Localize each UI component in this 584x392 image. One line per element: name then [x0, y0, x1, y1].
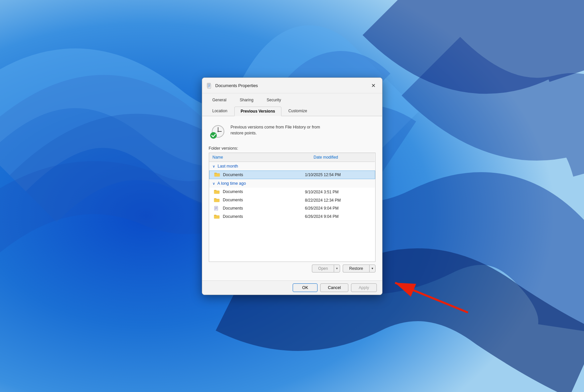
file-icon-3	[214, 206, 220, 211]
chevron-down-icon: ∨	[212, 164, 215, 168]
apply-button[interactable]: Apply	[351, 283, 377, 292]
col-name[interactable]: Name	[209, 153, 300, 162]
version-name-4: Documents	[223, 214, 243, 219]
restore-button-group: Restore ▾	[343, 265, 375, 272]
open-button-group: Open ▾	[312, 265, 340, 272]
group-long-ago[interactable]: ∨ A long time ago	[209, 179, 375, 188]
dialog-title: Documents Properties	[215, 83, 369, 88]
folder-versions-label: Folder versions:	[209, 146, 376, 151]
versions-table-container[interactable]: Name Date modified ∨ Last month	[209, 153, 376, 262]
version-row-1[interactable]: Documents 9/10/2024 3:51 PM	[209, 188, 375, 196]
version-date-4: 6/26/2024 9:04 PM	[300, 213, 375, 221]
version-name-2: Documents	[223, 198, 243, 202]
dialog-titlebar: Documents Properties ✕	[202, 78, 382, 93]
restore-button[interactable]: Restore	[343, 265, 369, 272]
open-button[interactable]: Open	[312, 265, 334, 272]
version-row-2[interactable]: Documents 8/22/2024 12:34 PM	[209, 196, 375, 204]
tab-general[interactable]: General	[206, 95, 233, 104]
tabs-row-2: Location Previous Versions Customize	[202, 104, 382, 116]
svg-rect-18	[215, 209, 216, 209]
folder-icon-2	[214, 198, 220, 202]
svg-rect-17	[215, 208, 217, 208]
versions-table: Name Date modified ∨ Last month	[209, 153, 375, 221]
version-row-selected[interactable]: Documents 1/10/2025 12:54 PM	[209, 171, 375, 179]
chevron-down-icon-2: ∨	[212, 181, 215, 185]
svg-point-14	[210, 132, 217, 139]
dialog-content: Previous versions come from File History…	[202, 116, 382, 280]
version-date-1: 9/10/2024 3:51 PM	[300, 188, 375, 196]
svg-rect-6	[208, 85, 210, 85]
svg-rect-7	[208, 86, 210, 86]
version-date: 1/10/2025 12:54 PM	[300, 171, 375, 179]
svg-rect-8	[208, 87, 209, 87]
close-button[interactable]: ✕	[369, 81, 378, 90]
action-row: Open ▾ Restore ▾	[209, 262, 376, 276]
tabs-row-1: General Sharing Security	[202, 93, 382, 105]
tab-security[interactable]: Security	[261, 95, 287, 104]
restore-dropdown-button[interactable]: ▾	[369, 265, 376, 272]
tab-previous-versions[interactable]: Previous Versions	[234, 107, 281, 116]
open-dropdown-button[interactable]: ▾	[334, 265, 340, 272]
version-row-4[interactable]: Documents 6/26/2024 9:04 PM	[209, 213, 375, 221]
folder-icon-1	[214, 189, 220, 194]
svg-point-13	[217, 131, 219, 132]
version-name-1: Documents	[223, 189, 243, 194]
documents-icon	[206, 82, 213, 89]
dialog-overlay: Documents Properties ✕ General Sharing S…	[0, 0, 584, 392]
group-label-2: A long time ago	[217, 181, 246, 186]
version-name: Documents	[223, 172, 243, 177]
svg-rect-16	[215, 207, 217, 208]
group-last-month[interactable]: ∨ Last month	[209, 162, 375, 171]
group-label: Last month	[217, 164, 238, 169]
ok-button[interactable]: OK	[293, 283, 318, 292]
version-date-3: 6/26/2024 9:04 PM	[300, 204, 375, 213]
version-name-3: Documents	[223, 206, 243, 211]
folder-icon-4	[214, 214, 220, 219]
dialog-footer: OK Cancel Apply	[202, 280, 382, 295]
tab-sharing[interactable]: Sharing	[233, 95, 260, 104]
info-text: Previous versions come from File History…	[231, 123, 320, 137]
info-section: Previous versions come from File History…	[209, 123, 376, 140]
tab-location[interactable]: Location	[206, 106, 234, 116]
clock-icon	[209, 123, 226, 140]
folder-icon	[214, 172, 220, 177]
version-date-2: 8/22/2024 12:34 PM	[300, 196, 375, 204]
documents-properties-dialog: Documents Properties ✕ General Sharing S…	[202, 77, 382, 295]
tab-customize[interactable]: Customize	[282, 106, 314, 116]
cancel-button[interactable]: Cancel	[320, 283, 348, 292]
version-row-3[interactable]: Documents 6/26/2024 9:04 PM	[209, 204, 375, 213]
col-date[interactable]: Date modified	[300, 153, 375, 162]
